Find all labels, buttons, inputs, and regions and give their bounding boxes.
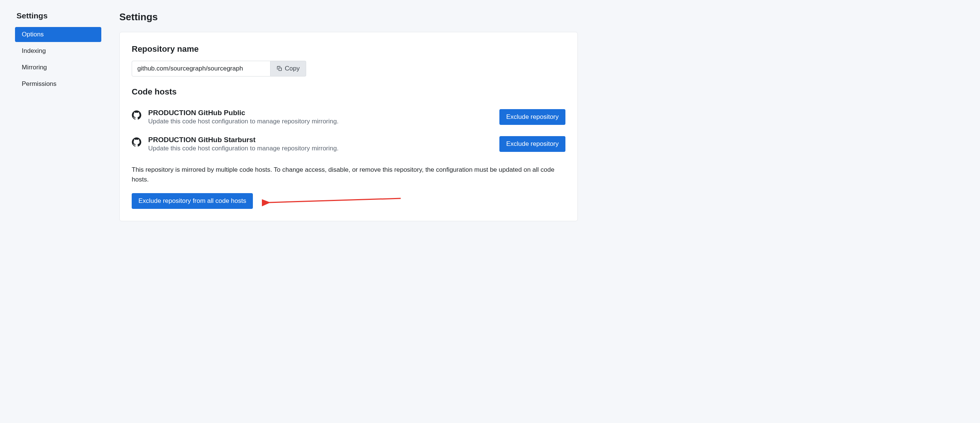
host-row: PRODUCTION GitHub Public Update this cod… bbox=[132, 103, 565, 130]
exclude-repository-button[interactable]: Exclude repository bbox=[500, 136, 565, 152]
sidebar-item-label: Permissions bbox=[22, 80, 57, 87]
code-hosts-title: Code hosts bbox=[132, 87, 565, 97]
host-desc: Update this code host configuration to m… bbox=[148, 145, 493, 152]
exclude-repository-button[interactable]: Exclude repository bbox=[500, 109, 565, 125]
exclude-all-button[interactable]: Exclude repository from all code hosts bbox=[132, 193, 253, 209]
sidebar-item-label: Indexing bbox=[22, 47, 46, 54]
mirror-info-text: This repository is mirrored by multiple … bbox=[132, 165, 565, 184]
copy-button[interactable]: Copy bbox=[270, 61, 306, 76]
svg-line-2 bbox=[269, 198, 401, 202]
sidebar-item-label: Options bbox=[22, 31, 44, 38]
sidebar-item-permissions[interactable]: Permissions bbox=[15, 76, 101, 92]
github-icon bbox=[132, 137, 142, 147]
svg-rect-0 bbox=[279, 68, 282, 70]
sidebar-title: Settings bbox=[15, 11, 101, 20]
host-info: PRODUCTION GitHub Starburst Update this … bbox=[148, 136, 493, 152]
host-name: PRODUCTION GitHub Starburst bbox=[148, 136, 493, 144]
exclude-all-row: Exclude repository from all code hosts bbox=[132, 193, 565, 209]
arrow-annotation-icon bbox=[262, 196, 404, 207]
main-content: Settings Repository name Copy Code hosts bbox=[119, 11, 578, 221]
sidebar-item-indexing[interactable]: Indexing bbox=[15, 43, 101, 59]
host-row: PRODUCTION GitHub Starburst Update this … bbox=[132, 130, 565, 157]
sidebar-item-options[interactable]: Options bbox=[15, 27, 101, 42]
copy-button-label: Copy bbox=[285, 65, 300, 72]
settings-card: Repository name Copy Code hosts bbox=[119, 32, 578, 221]
host-desc: Update this code host configuration to m… bbox=[148, 118, 493, 125]
copy-icon bbox=[277, 66, 283, 72]
sidebar-item-label: Mirroring bbox=[22, 64, 47, 71]
repo-name-row: Copy bbox=[132, 61, 565, 76]
repo-name-title: Repository name bbox=[132, 44, 565, 54]
host-list: PRODUCTION GitHub Public Update this cod… bbox=[132, 103, 565, 157]
page-title: Settings bbox=[119, 11, 578, 23]
github-icon bbox=[132, 110, 142, 120]
host-name: PRODUCTION GitHub Public bbox=[148, 109, 493, 117]
host-info: PRODUCTION GitHub Public Update this cod… bbox=[148, 109, 493, 125]
sidebar: Settings Options Indexing Mirroring Perm… bbox=[15, 11, 101, 221]
sidebar-item-mirroring[interactable]: Mirroring bbox=[15, 60, 101, 75]
repo-name-input[interactable] bbox=[132, 61, 270, 76]
